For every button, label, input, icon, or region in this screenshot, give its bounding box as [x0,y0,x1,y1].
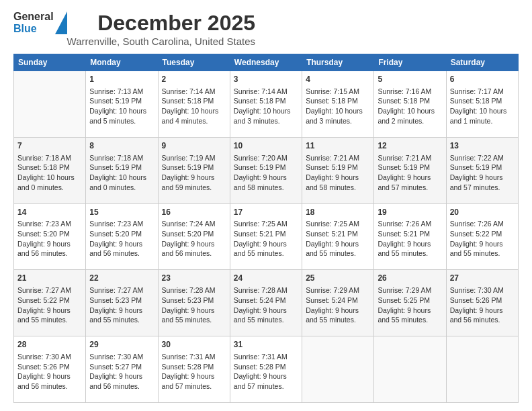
day-info-text: Daylight: 9 hours [17,306,82,316]
day-info-text: Sunset: 5:22 PM [450,229,515,239]
day-info-text: Sunrise: 7:30 AM [89,352,154,362]
day-info-text: Sunrise: 7:30 AM [450,285,515,295]
day-info-text: Sunset: 5:28 PM [162,362,226,372]
week-row-2: 7Sunrise: 7:18 AMSunset: 5:18 PMDaylight… [14,137,519,203]
day-info-text: Sunrise: 7:17 AM [450,87,515,97]
day-number: 29 [89,339,154,351]
day-number: 22 [89,273,154,284]
day-info-text: Sunset: 5:20 PM [162,229,226,239]
day-info-text: Sunrise: 7:21 AM [306,153,370,163]
day-cell: 7Sunrise: 7:18 AMSunset: 5:18 PMDaylight… [14,137,86,203]
day-info-text: Sunrise: 7:21 AM [378,153,442,163]
day-number: 17 [234,207,298,218]
day-info-text: Sunset: 5:21 PM [234,229,298,239]
day-cell: 1Sunrise: 7:13 AMSunset: 5:19 PMDaylight… [86,71,158,138]
day-info-text: Sunset: 5:18 PM [450,96,515,106]
day-info-text: Sunset: 5:23 PM [89,295,154,306]
day-number: 1 [89,74,154,85]
day-cell: 17Sunrise: 7:25 AMSunset: 5:21 PMDayligh… [230,203,302,270]
day-info-text: Sunset: 5:24 PM [306,295,370,306]
day-info-text: Sunset: 5:26 PM [450,295,515,306]
day-info-text: Sunrise: 7:13 AM [89,87,154,97]
day-info-text: and 0 minutes. [89,183,154,193]
day-info-text: Daylight: 9 hours [378,306,442,316]
day-cell: 21Sunrise: 7:27 AMSunset: 5:22 PMDayligh… [14,270,86,336]
day-info-text: Sunrise: 7:22 AM [450,153,515,163]
column-header-thursday: Thursday [302,54,374,71]
day-number: 8 [89,140,154,152]
day-info-text: and 56 minutes. [17,248,82,259]
day-cell: 9Sunrise: 7:19 AMSunset: 5:19 PMDaylight… [158,137,230,203]
day-number: 20 [450,207,515,218]
day-info-text: Sunrise: 7:14 AM [234,87,298,97]
day-info-text: Daylight: 10 hours [450,106,515,116]
day-info-text: and 59 minutes. [162,183,226,193]
day-info-text: Sunset: 5:19 PM [306,163,370,173]
title-block: December 2025 Warrenville, South Carolin… [67,11,255,47]
day-info-text: Daylight: 9 hours [162,306,226,316]
day-info-text: Sunset: 5:18 PM [17,163,82,173]
day-info-text: and 0 minutes. [17,183,82,193]
page: General Blue December 2025 Warrenville, … [0,0,532,411]
day-info-text: and 56 minutes. [162,248,226,259]
day-info-text: and 55 minutes. [234,248,298,259]
day-info-text: Daylight: 10 hours [17,173,82,183]
column-header-sunday: Sunday [14,54,86,71]
day-info-text: Daylight: 9 hours [234,173,298,183]
day-info-text: Sunset: 5:19 PM [89,163,154,173]
day-cell: 11Sunrise: 7:21 AMSunset: 5:19 PMDayligh… [302,137,374,203]
day-cell: 12Sunrise: 7:21 AMSunset: 5:19 PMDayligh… [374,137,446,203]
day-cell: 30Sunrise: 7:31 AMSunset: 5:28 PMDayligh… [158,336,230,403]
day-info-text: Sunrise: 7:27 AM [17,285,82,295]
day-number: 2 [162,74,226,85]
day-number: 6 [450,74,515,85]
week-row-4: 21Sunrise: 7:27 AMSunset: 5:22 PMDayligh… [14,270,519,336]
day-cell: 27Sunrise: 7:30 AMSunset: 5:26 PMDayligh… [446,270,518,336]
column-header-saturday: Saturday [446,54,518,71]
day-cell: 3Sunrise: 7:14 AMSunset: 5:18 PMDaylight… [230,71,302,138]
location-title: Warrenville, South Carolina, United Stat… [67,36,255,47]
day-info-text: Sunset: 5:22 PM [17,295,82,306]
day-info-text: Daylight: 9 hours [89,371,154,381]
day-info-text: and 55 minutes. [306,315,370,325]
day-info-text: Daylight: 9 hours [17,371,82,381]
day-cell: 28Sunrise: 7:30 AMSunset: 5:26 PMDayligh… [14,336,86,403]
day-info-text: and 4 minutes. [162,116,226,126]
day-info-text: Sunset: 5:25 PM [378,295,442,306]
day-cell: 4Sunrise: 7:15 AMSunset: 5:18 PMDaylight… [302,71,374,138]
day-info-text: Sunrise: 7:25 AM [306,219,370,229]
day-info-text: and 56 minutes. [17,381,82,392]
day-info-text: Sunrise: 7:19 AM [162,153,226,163]
day-info-text: Daylight: 10 hours [378,106,442,116]
day-cell: 29Sunrise: 7:30 AMSunset: 5:27 PMDayligh… [86,336,158,403]
day-info-text: Daylight: 9 hours [89,306,154,316]
day-info-text: and 58 minutes. [234,183,298,193]
day-info-text: and 5 minutes. [89,116,154,126]
day-info-text: and 56 minutes. [89,248,154,259]
day-cell: 6Sunrise: 7:17 AMSunset: 5:18 PMDaylight… [446,71,518,138]
day-info-text: Daylight: 9 hours [17,239,82,249]
day-info-text: Sunset: 5:20 PM [17,229,82,239]
logo-general: General [13,11,54,23]
day-info-text: Daylight: 9 hours [378,239,442,249]
day-info-text: Sunset: 5:26 PM [17,362,82,372]
day-info-text: Sunset: 5:19 PM [378,163,442,173]
day-info-text: Sunrise: 7:26 AM [378,219,442,229]
day-number: 25 [306,273,370,284]
column-header-wednesday: Wednesday [230,54,302,71]
day-number: 27 [450,273,515,284]
week-row-5: 28Sunrise: 7:30 AMSunset: 5:26 PMDayligh… [14,336,519,403]
day-number: 12 [378,140,442,152]
day-info-text: Sunrise: 7:18 AM [89,153,154,163]
day-info-text: and 55 minutes. [162,315,226,325]
day-number: 15 [89,207,154,218]
day-info-text: Sunset: 5:21 PM [378,229,442,239]
day-cell: 5Sunrise: 7:16 AMSunset: 5:18 PMDaylight… [374,71,446,138]
day-info-text: Daylight: 10 hours [234,106,298,116]
day-info-text: Sunrise: 7:23 AM [89,219,154,229]
day-info-text: and 55 minutes. [450,248,515,259]
day-number: 24 [234,273,298,284]
day-info-text: Daylight: 9 hours [89,239,154,249]
day-info-text: and 55 minutes. [89,315,154,325]
day-info-text: Daylight: 9 hours [450,306,515,316]
